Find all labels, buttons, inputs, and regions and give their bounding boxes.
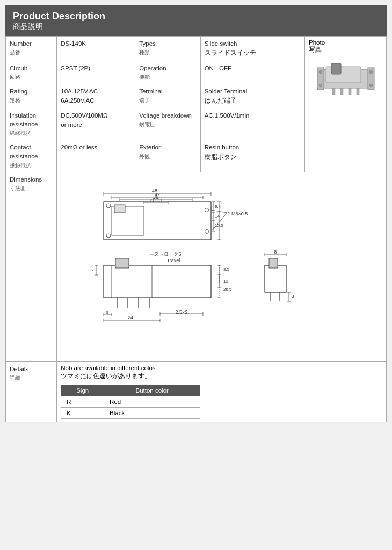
label-cell: Circuit 回路 [6, 61, 57, 84]
dimensions-label: Dimensions [10, 176, 42, 183]
photo-cell: Photo 写真 [305, 37, 387, 172]
svg-point-17 [106, 234, 111, 238]
svg-rect-54 [104, 265, 211, 298]
operation-value: ON - OFF [205, 65, 231, 71]
svg-text:Travel: Travel [167, 258, 180, 263]
terminal-value: Solder Terminalはんだ端子 [205, 88, 248, 104]
svg-text:24: 24 [128, 315, 133, 320]
exterior-label-jp: 外観 [139, 154, 150, 160]
voltage-label-jp: 耐電圧 [139, 121, 155, 127]
photo-label: Photo 写真 [309, 39, 382, 54]
svg-text:2-M3×0.5: 2-M3×0.5 [227, 211, 248, 216]
details-row: Details 詳細 Nob are available in differen… [6, 361, 387, 422]
types-value: Slide switchスライドスイッチ [205, 40, 256, 56]
label-cell: Terminal 端子 [135, 84, 201, 108]
page-title: Product Description [13, 11, 379, 22]
svg-text:26.5: 26.5 [223, 287, 232, 292]
rating-label: Rating [10, 88, 27, 95]
value-cell: Solder Terminalはんだ端子 [200, 84, 304, 108]
page-subtitle: 商品説明 [13, 22, 379, 32]
sign-table-row-k: K Black [61, 407, 200, 418]
operation-label: Operation [139, 65, 166, 71]
svg-rect-8 [331, 63, 341, 74]
svg-point-4 [319, 84, 322, 87]
label-cell: Contact resistance 接触抵抗 [6, 140, 57, 172]
product-photo [316, 56, 375, 96]
details-text1: Nob are available in different colos. [61, 365, 382, 371]
svg-text:9: 9 [106, 310, 109, 315]
button-color-col-header: Button color [104, 385, 200, 396]
label-cell: Rating 定格 [6, 84, 57, 108]
exterior-label: Exterior [139, 144, 161, 150]
svg-text:9.4: 9.4 [215, 204, 221, 209]
label-cell: Voltage breakdown 耐電圧 [135, 108, 201, 140]
insulation-label: Insulation resistance [10, 112, 38, 127]
number-value: DS-149K [61, 40, 86, 47]
rating-label-jp: 定格 [10, 97, 20, 103]
details-label: Details [10, 366, 28, 372]
types-label: Types [139, 40, 156, 47]
specs-table: Number 品番 DS-149K Types 種類 Slide switchス… [5, 36, 387, 422]
sign-table-row-r: R Red [61, 396, 200, 407]
svg-rect-9 [332, 88, 335, 95]
svg-rect-15 [114, 205, 125, 213]
color-black: Black [104, 407, 200, 418]
header-section: Product Description 商品説明 [5, 5, 387, 36]
insulation-label-jp: 絶縁抵抗 [10, 130, 31, 136]
svg-text:8: 8 [274, 249, 277, 255]
label-cell: Insulation resistance 絶縁抵抗 [6, 108, 57, 140]
circuit-label-jp: 回路 [10, 74, 20, 80]
svg-point-19 [205, 229, 209, 233]
value-cell: 10A.125V.AC6A.250V.AC [57, 84, 135, 108]
rating-value: 10A.125V.AC6A.250V.AC [61, 88, 98, 104]
table-row: Number 品番 DS-149K Types 種類 Slide switchス… [6, 37, 387, 61]
dimensions-label-cell: Dimensions 寸法図 [6, 172, 57, 361]
sign-r: R [61, 396, 104, 407]
svg-rect-76 [265, 265, 286, 292]
svg-point-18 [205, 208, 209, 212]
label-cell: Exterior 外観 [135, 140, 201, 172]
dimensions-diagram-cell: 48 42 36 ◁12▷ [57, 172, 387, 361]
contact-label-jp: 接触抵抗 [10, 162, 31, 168]
dimensions-svg: 48 42 36 ◁12▷ [61, 175, 329, 358]
number-label: Number [10, 40, 32, 47]
value-cell: DS-149K [57, 37, 135, 61]
svg-rect-77 [269, 258, 278, 268]
details-content-cell: Nob are available in different colos. ツマ… [57, 361, 387, 422]
svg-text:3: 3 [292, 294, 294, 299]
sign-table-header-row: Sign Button color [61, 385, 200, 396]
value-cell: DC.500V/100MΩor more [57, 108, 135, 140]
svg-text:8.5: 8.5 [223, 267, 230, 272]
insulation-value: DC.500V/100MΩor more [61, 112, 107, 128]
sign-color-table: Sign Button color R Red K Black [61, 385, 200, 419]
svg-point-16 [106, 204, 111, 208]
label-cell: Types 種類 [135, 37, 201, 61]
label-cell: Number 品番 [6, 37, 57, 61]
details-text2: ツマミには色違いがあります。 [61, 372, 382, 380]
svg-point-5 [369, 70, 373, 74]
svg-rect-12 [357, 88, 359, 95]
value-cell: 20mΩ or less [57, 140, 135, 172]
exterior-value: Resin button樹脂ボタン [205, 144, 239, 160]
svg-text:2.5×2: 2.5×2 [176, 309, 188, 315]
circuit-label: Circuit [10, 65, 27, 71]
value-cell: Slide switchスライドスイッチ [200, 37, 304, 61]
value-cell: AC.1,500V/1min [200, 108, 304, 140]
svg-text:←ストローク5: ←ストローク5 [150, 251, 182, 257]
terminal-label: Terminal [139, 88, 162, 95]
operation-label-jp: 機能 [139, 74, 150, 80]
contact-label: Contact resistance [10, 144, 38, 159]
label-cell: Operation 機能 [135, 61, 201, 84]
color-red: Red [104, 396, 200, 407]
svg-point-6 [369, 84, 373, 87]
voltage-label: Voltage breakdown [139, 112, 192, 119]
svg-rect-11 [349, 88, 351, 95]
sign-col-header: Sign [61, 385, 104, 396]
types-label-jp: 種類 [139, 49, 150, 55]
page: Product Description 商品説明 Number 品番 DS-14… [0, 0, 392, 550]
dimensions-row: Dimensions 寸法図 [6, 172, 387, 361]
contact-value: 20mΩ or less [61, 144, 97, 150]
value-cell: ON - OFF [200, 61, 304, 84]
svg-point-3 [319, 70, 322, 74]
number-label-jp: 品番 [10, 49, 20, 55]
